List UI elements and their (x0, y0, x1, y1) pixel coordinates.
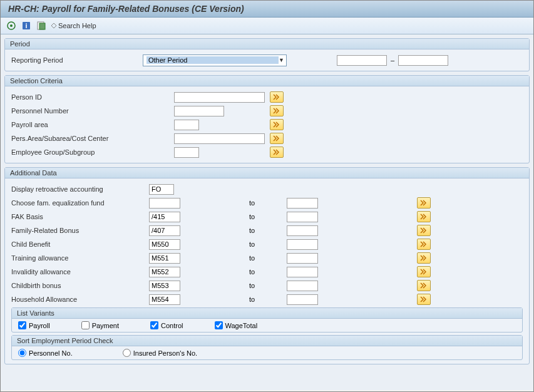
sort-group: Sort Employment Period Check Personnel N… (11, 335, 523, 360)
sort-label: Personnel No. (29, 349, 73, 357)
sort-radio[interactable] (18, 349, 26, 357)
selection-input-1[interactable] (174, 106, 224, 116)
additional-row: Training allowanceto (11, 251, 523, 265)
additional-multi-3[interactable] (417, 239, 431, 250)
reporting-period-selected: Other Period (146, 56, 279, 64)
to-label: to (180, 240, 287, 248)
additional-multi-1[interactable] (417, 211, 431, 222)
list-variant-wagetotal[interactable]: WageTotal (215, 321, 258, 329)
sort-label: Insured Person's No. (133, 349, 197, 357)
additional-to-4[interactable] (287, 253, 318, 264)
selection-label: Payroll area (11, 121, 174, 128)
period-to-input[interactable] (398, 55, 448, 66)
additional-from-3[interactable] (149, 239, 180, 250)
additional-to-2[interactable] (287, 225, 318, 236)
additional-to-3[interactable] (287, 239, 318, 250)
additional-to-6[interactable] (287, 281, 318, 291)
multi-select-0[interactable] (270, 91, 284, 103)
sort-radio[interactable] (123, 349, 131, 357)
list-variants-title: List Variants (12, 308, 522, 319)
additional-from-6[interactable] (149, 281, 180, 291)
list-variant-checkbox[interactable] (18, 321, 26, 329)
list-variant-payment[interactable]: Payment (81, 321, 119, 329)
selection-row: Employee Group/Subgroup (11, 145, 523, 159)
to-label: to (180, 268, 287, 276)
selection-row: Pers.Area/Subarea/Cost Center (11, 132, 523, 145)
list-variant-checkbox[interactable] (150, 321, 158, 329)
selection-row: Payroll area (11, 118, 523, 132)
list-variant-label: WageTotal (225, 322, 258, 329)
additional-title: Additional Data (5, 168, 529, 178)
additional-multi-7[interactable] (417, 294, 431, 305)
additional-multi-2[interactable] (417, 225, 431, 236)
list-variant-label: Payroll (29, 322, 50, 329)
additional-row: Invalidity allowanceto (11, 265, 523, 279)
search-help-button[interactable]: Search Help (51, 22, 96, 29)
additional-multi-5[interactable] (417, 266, 431, 277)
sort-title: Sort Employment Period Check (12, 336, 522, 346)
additional-to-7[interactable] (287, 294, 318, 305)
additional-from-4[interactable] (149, 253, 180, 264)
multi-select-2[interactable] (270, 119, 284, 130)
multi-select-3[interactable] (270, 133, 284, 144)
toolbar: i Search Help (1, 18, 533, 34)
additional-row: Choose fam. equalization fundto (11, 196, 523, 210)
additional-from-0[interactable] (149, 198, 180, 209)
to-label: to (180, 227, 287, 234)
to-label: to (180, 282, 287, 289)
selection-input-0[interactable] (174, 92, 265, 103)
additional-label: Training allowance (11, 254, 149, 262)
selection-input-2[interactable] (174, 120, 199, 130)
list-variant-label: Control (161, 322, 183, 329)
selection-title: Selection Criteria (5, 76, 529, 86)
content-area: Period Reporting Period Other Period ▼ –… (1, 34, 533, 390)
multi-select-1[interactable] (270, 105, 284, 116)
to-label: to (180, 199, 287, 207)
additional-multi-6[interactable] (417, 280, 431, 291)
svg-text:i: i (25, 22, 27, 29)
additional-row: Family-Related Bonusto (11, 224, 523, 237)
reporting-period-dropdown[interactable]: Other Period ▼ (143, 54, 287, 66)
to-label: to (180, 213, 287, 220)
sort-option[interactable]: Insured Person's No. (123, 349, 197, 357)
additional-to-0[interactable] (287, 198, 318, 209)
to-label: to (180, 296, 287, 303)
selection-group: Selection Criteria Person IDPersonnel Nu… (4, 75, 530, 163)
list-variant-checkbox[interactable] (81, 321, 90, 329)
additional-row: Child Benefitto (11, 237, 523, 251)
sort-option[interactable]: Personnel No. (18, 349, 73, 357)
additional-from-7[interactable] (149, 294, 180, 305)
svg-point-1 (10, 24, 13, 27)
selection-input-3[interactable] (174, 133, 265, 144)
additional-row: Childbirth bonusto (11, 279, 523, 292)
period-from-input[interactable] (337, 55, 387, 66)
multi-select-4[interactable] (270, 147, 284, 158)
retro-input[interactable] (149, 184, 174, 195)
list-variant-payroll[interactable]: Payroll (18, 321, 50, 329)
list-variant-label: Payment (92, 322, 119, 329)
list-variant-checkbox[interactable] (215, 321, 223, 329)
additional-label: Choose fam. equalization fund (11, 199, 149, 207)
additional-from-2[interactable] (149, 225, 180, 236)
additional-from-1[interactable] (149, 212, 180, 222)
additional-multi-0[interactable] (417, 197, 431, 209)
page-title: HR-CH: Payroll for Family-Related Bonuse… (8, 4, 244, 14)
execute-icon[interactable] (6, 20, 17, 31)
additional-from-5[interactable] (149, 267, 180, 277)
selection-label: Employee Group/Subgroup (11, 148, 174, 156)
additional-to-1[interactable] (287, 212, 318, 222)
additional-multi-4[interactable] (417, 252, 431, 264)
selection-row: Personnel Number (11, 104, 523, 118)
title-bar: HR-CH: Payroll for Family-Related Bonuse… (1, 1, 533, 18)
list-variant-control[interactable]: Control (150, 321, 183, 329)
selection-row: Person ID (11, 90, 523, 104)
additional-to-5[interactable] (287, 267, 318, 277)
period-title: Period (5, 39, 529, 49)
selection-input-4[interactable] (174, 147, 199, 158)
list-variants-group: List Variants PayrollPaymentControlWageT… (11, 307, 523, 333)
info-icon[interactable]: i (21, 20, 32, 31)
additional-label: Invalidity allowance (11, 268, 149, 276)
variant-icon[interactable] (36, 20, 47, 31)
additional-label: Family-Related Bonus (11, 227, 149, 234)
period-dash: – (387, 56, 398, 64)
